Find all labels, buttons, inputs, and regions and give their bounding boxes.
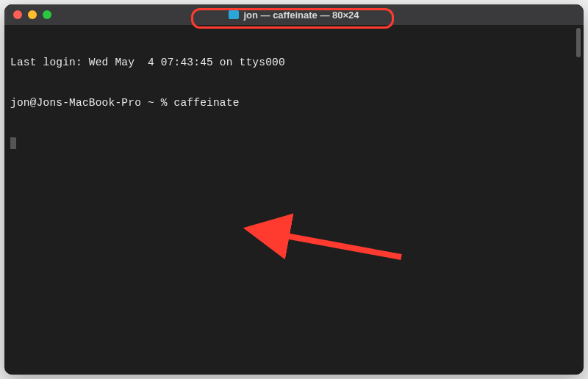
- window-title: jon — caffeinate — 80×24: [243, 10, 359, 21]
- terminal-window: jon — caffeinate — 80×24 Last login: Wed…: [4, 4, 584, 375]
- last-login-line: Last login: Wed May 4 07:43:45 on ttys00…: [10, 56, 578, 69]
- scrollbar[interactable]: [576, 28, 581, 57]
- maximize-icon[interactable]: [43, 10, 51, 19]
- minimize-icon[interactable]: [28, 10, 37, 19]
- cursor-line: [10, 136, 578, 149]
- terminal-body[interactable]: Last login: Wed May 4 07:43:45 on ttys00…: [4, 25, 584, 180]
- close-icon[interactable]: [13, 10, 22, 19]
- svg-line-1: [278, 234, 401, 257]
- prompt-line: jon@Jons-MacBook-Pro ~ % caffeinate: [10, 96, 578, 109]
- traffic-lights: [4, 10, 51, 19]
- annotation-arrow-icon: [4, 180, 584, 375]
- title-bar[interactable]: jon — caffeinate — 80×24: [4, 4, 584, 25]
- cursor-icon: [10, 137, 16, 149]
- folder-icon: [229, 10, 239, 19]
- window-title-wrap: jon — caffeinate — 80×24: [4, 10, 584, 21]
